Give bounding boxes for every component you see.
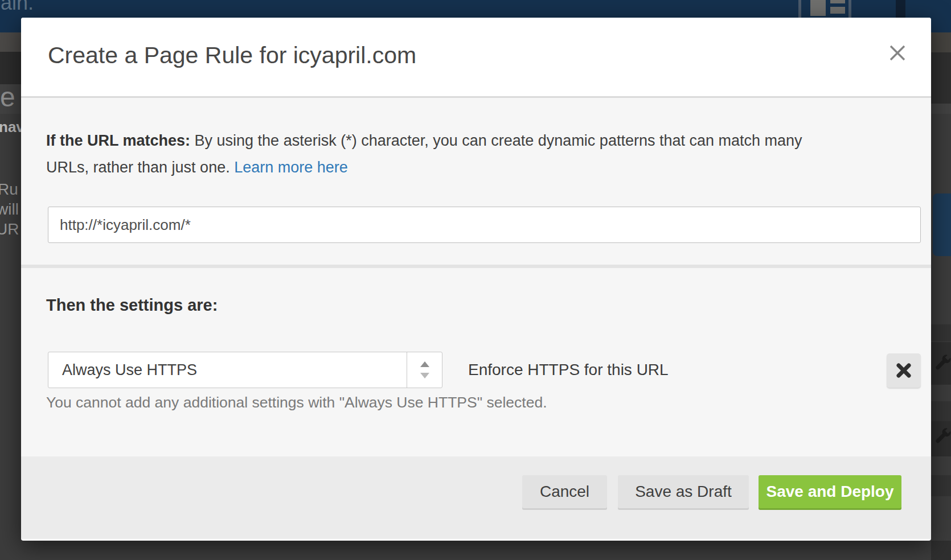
- page-heading-fragment: e: [0, 81, 15, 113]
- topbar-clipped-text: ain.: [1, 0, 34, 15]
- background-band: [931, 475, 951, 496]
- table-row: [931, 421, 951, 456]
- setting-select-value: Always Use HTTPS: [62, 352, 197, 388]
- remove-setting-button[interactable]: [887, 353, 921, 388]
- learn-more-link[interactable]: Learn more here: [234, 159, 348, 176]
- url-match-label: If the URL matches:: [46, 132, 190, 149]
- cancel-button[interactable]: Cancel: [522, 475, 607, 508]
- modal-body: If the URL matches: By using the asteris…: [21, 98, 931, 456]
- x-icon: [895, 362, 912, 379]
- modal-header: Create a Page Rule for icyapril.com: [21, 18, 931, 98]
- settings-heading: Then the settings are:: [46, 296, 218, 315]
- save-as-draft-button[interactable]: Save as Draft: [618, 475, 749, 508]
- chevron-up-icon: [420, 361, 429, 367]
- section-divider: [21, 265, 931, 268]
- window-icon: [896, 0, 905, 18]
- modal-footer: Cancel Save as Draft Save and Deploy: [21, 456, 931, 539]
- background-band: [931, 401, 951, 421]
- text-fragment: UR: [0, 220, 19, 238]
- x-icon: [888, 43, 907, 63]
- settings-note: You cannot add any additional settings w…: [46, 394, 547, 411]
- save-and-deploy-button[interactable]: Save and Deploy: [759, 475, 901, 508]
- wrench-icon: [933, 427, 951, 446]
- url-pattern-input[interactable]: [48, 207, 921, 243]
- close-button[interactable]: [887, 43, 908, 64]
- text-fragment: nav: [0, 118, 21, 136]
- background-band: [931, 52, 951, 104]
- background-band: [931, 324, 951, 341]
- grid-icon: [810, 0, 826, 16]
- chevron-up-down-icon: [407, 352, 442, 388]
- occluded-page-right-edge: [931, 32, 951, 560]
- grid-icon: [830, 0, 845, 3]
- occluded-blue-button: [933, 193, 951, 256]
- setting-select[interactable]: Always Use HTTPS: [48, 352, 442, 388]
- setting-description: Enforce HTTPS for this URL: [468, 352, 669, 388]
- occluded-page-left-edge: e nav Ru will UR: [0, 32, 21, 560]
- text-fragment: Ru: [0, 180, 18, 199]
- modal-title: Create a Page Rule for icyapril.com: [48, 42, 416, 69]
- chevron-down-icon: [420, 373, 429, 378]
- create-page-rule-modal: Create a Page Rule for icyapril.com If t…: [21, 18, 931, 541]
- wrench-icon: [933, 353, 951, 373]
- text-fragment: will: [0, 200, 19, 219]
- table-row: [931, 341, 951, 385]
- background-band: [931, 541, 951, 560]
- url-match-help-text: If the URL matches: By using the asteris…: [46, 127, 841, 181]
- grid-icon: [830, 7, 845, 14]
- background-band: [931, 32, 951, 52]
